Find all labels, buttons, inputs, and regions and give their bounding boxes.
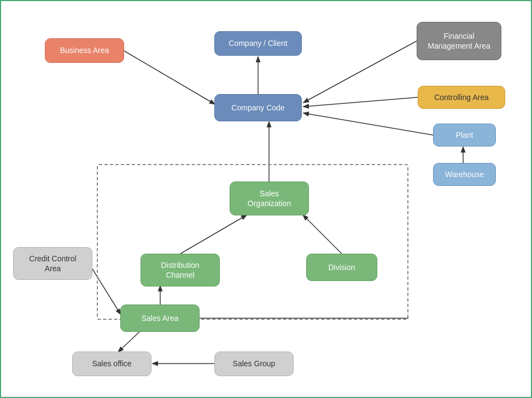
financial-mgmt-node: Financial Management Area	[417, 22, 501, 60]
diagram-container: Company / Client Company Code Business A…	[0, 0, 532, 398]
distribution-channel-node: Distribution Channel	[141, 254, 220, 286]
svg-line-3	[304, 97, 418, 107]
controlling-area-node: Controlling Area	[418, 86, 505, 109]
credit-control-node: Credit Control Area	[13, 247, 92, 280]
sales-group-node: Sales Group	[214, 352, 294, 376]
plant-node: Plant	[433, 124, 496, 147]
sales-area-node: Sales Area	[120, 305, 200, 332]
svg-line-4	[304, 113, 433, 135]
warehouse-node: Warehouse	[433, 163, 496, 186]
business-area-node: Business Area	[45, 38, 124, 63]
company-client-node: Company / Client	[214, 31, 302, 56]
sales-office-node: Sales office	[72, 352, 151, 376]
division-node: Division	[306, 254, 377, 281]
svg-line-13	[119, 332, 139, 352]
sales-org-node: Sales Organization	[230, 182, 309, 215]
svg-line-1	[124, 51, 214, 104]
svg-line-2	[304, 41, 417, 102]
company-code-node: Company Code	[214, 94, 302, 121]
